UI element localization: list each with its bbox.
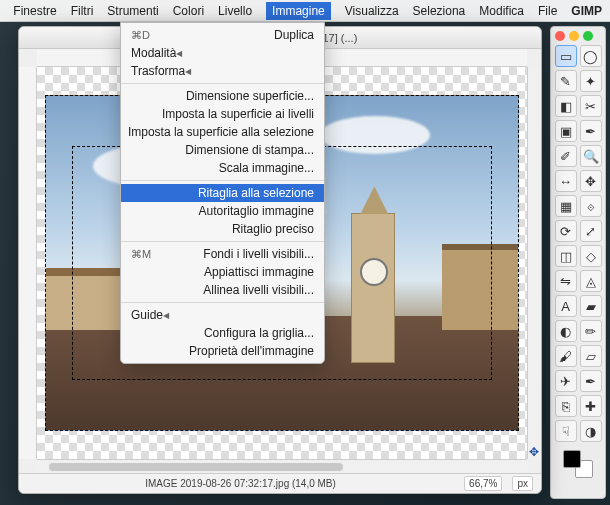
tool-pencil[interactable]: ✏ <box>580 320 602 342</box>
tool-move[interactable]: ✥ <box>580 170 602 192</box>
menu-item-crop-to-selection[interactable]: Ritaglia alla selezione <box>121 184 324 202</box>
tool-measure[interactable]: ↔ <box>555 170 577 192</box>
tool-rotate[interactable]: ⟳ <box>555 220 577 242</box>
tool-airbrush[interactable]: ✈ <box>555 370 577 392</box>
menu-item-scale-image[interactable]: Scala immagine... <box>121 159 324 177</box>
tool-color-select[interactable]: ◧ <box>555 95 577 117</box>
menu-item-guides[interactable]: Guide <box>121 306 324 324</box>
scrollbar-vertical[interactable] <box>527 67 541 459</box>
toolbox-window: ▭◯✎✦◧✂▣✒✐🔍↔✥▦⟐⟳⤢◫◇⇋◬A▰◐✏🖌▱✈✒⎘✚☟◑ <box>550 26 606 499</box>
menu-layer[interactable]: Livello <box>218 4 252 18</box>
menu-image[interactable]: Immagine <box>266 2 331 20</box>
tool-gradient[interactable]: ◐ <box>555 320 577 342</box>
menu-item-merge-visible[interactable]: Fondi i livelli visibili...⌘M <box>121 245 324 263</box>
tool-color-picker[interactable]: ✐ <box>555 145 577 167</box>
tool-cage[interactable]: ◬ <box>580 270 602 292</box>
tool-fuzzy-select[interactable]: ✦ <box>580 70 602 92</box>
ruler-vertical[interactable] <box>19 67 37 459</box>
app-name: GIMP <box>571 4 602 18</box>
tool-bucket[interactable]: ▰ <box>580 295 602 317</box>
tool-scale[interactable]: ⤢ <box>580 220 602 242</box>
menubar: GIMP File Modifica Seleziona Visualizza … <box>0 0 610 22</box>
menu-item-align-layers[interactable]: Allinea livelli visibili... <box>121 281 324 299</box>
tool-crop[interactable]: ⟐ <box>580 195 602 217</box>
tool-zoom[interactable]: 🔍 <box>580 145 602 167</box>
menu-item-flatten[interactable]: Appiattisci immagine <box>121 263 324 281</box>
tool-heal[interactable]: ✚ <box>580 395 602 417</box>
tool-shear[interactable]: ◫ <box>555 245 577 267</box>
menu-item-transform[interactable]: Trasforma <box>121 62 324 80</box>
tool-brush[interactable]: 🖌 <box>555 345 577 367</box>
tool-lasso[interactable]: ✎ <box>555 70 577 92</box>
menu-item-autocrop[interactable]: Autoritaglio immagine <box>121 202 324 220</box>
menu-item-print-size[interactable]: Dimensione di stampa... <box>121 141 324 159</box>
tool-dodge[interactable]: ◑ <box>580 420 602 442</box>
image-menu-dropdown: Duplica⌘D Modalità Trasforma Dimensione … <box>120 22 325 364</box>
menu-item-fit-canvas-selection[interactable]: Imposta la superficie alla selezione <box>121 123 324 141</box>
foreground-color[interactable] <box>563 450 581 468</box>
tool-eraser[interactable]: ▱ <box>580 345 602 367</box>
menu-windows[interactable]: Finestre <box>13 4 56 18</box>
color-swatch[interactable] <box>563 450 593 478</box>
menu-file[interactable]: File <box>538 4 557 18</box>
tool-rect-select[interactable]: ▭ <box>555 45 577 67</box>
menu-tools[interactable]: Strumenti <box>107 4 158 18</box>
toolbox-traffic-lights <box>555 31 601 45</box>
menu-filters[interactable]: Filtri <box>71 4 94 18</box>
tool-ink[interactable]: ✒ <box>580 370 602 392</box>
tool-perspective[interactable]: ◇ <box>580 245 602 267</box>
minimize-icon[interactable] <box>569 31 579 41</box>
menu-view[interactable]: Visualizza <box>345 4 399 18</box>
status-info: IMAGE 2019-08-26 07:32:17.jpg (14,0 MB) <box>27 478 454 489</box>
scrollbar-horizontal[interactable] <box>37 459 527 473</box>
tool-flip[interactable]: ⇋ <box>555 270 577 292</box>
tool-align[interactable]: ▦ <box>555 195 577 217</box>
menu-edit[interactable]: Modifica <box>479 4 524 18</box>
tool-paths[interactable]: ✒ <box>580 120 602 142</box>
navigation-icon[interactable]: ✥ <box>527 445 540 458</box>
unit-field[interactable]: px <box>512 476 533 491</box>
tool-grid: ▭◯✎✦◧✂▣✒✐🔍↔✥▦⟐⟳⤢◫◇⇋◬A▰◐✏🖌▱✈✒⎘✚☟◑ <box>555 45 602 442</box>
tool-clone[interactable]: ⎘ <box>555 395 577 417</box>
menu-item-duplicate[interactable]: Duplica⌘D <box>121 26 324 44</box>
zoom-icon[interactable] <box>583 31 593 41</box>
status-bar: px 66,7% IMAGE 2019-08-26 07:32:17.jpg (… <box>19 473 541 493</box>
tool-scissors[interactable]: ✂ <box>580 95 602 117</box>
menu-item-canvas-size[interactable]: Dimensione superficie... <box>121 87 324 105</box>
menu-item-image-properties[interactable]: Proprietà dell'immagine <box>121 342 324 360</box>
tool-text[interactable]: A <box>555 295 577 317</box>
close-icon[interactable] <box>555 31 565 41</box>
menu-item-configure-grid[interactable]: Configura la griglia... <box>121 324 324 342</box>
zoom-field[interactable]: 66,7% <box>464 476 502 491</box>
menu-select[interactable]: Seleziona <box>413 4 466 18</box>
menu-colors[interactable]: Colori <box>173 4 204 18</box>
tool-smudge[interactable]: ☟ <box>555 420 577 442</box>
tool-foreground[interactable]: ▣ <box>555 120 577 142</box>
tool-ellipse-select[interactable]: ◯ <box>580 45 602 67</box>
menu-item-zealous-crop[interactable]: Ritaglio preciso <box>121 220 324 238</box>
menu-item-mode[interactable]: Modalità <box>121 44 324 62</box>
menu-item-fit-canvas-layers[interactable]: Imposta la superficie ai livelli <box>121 105 324 123</box>
